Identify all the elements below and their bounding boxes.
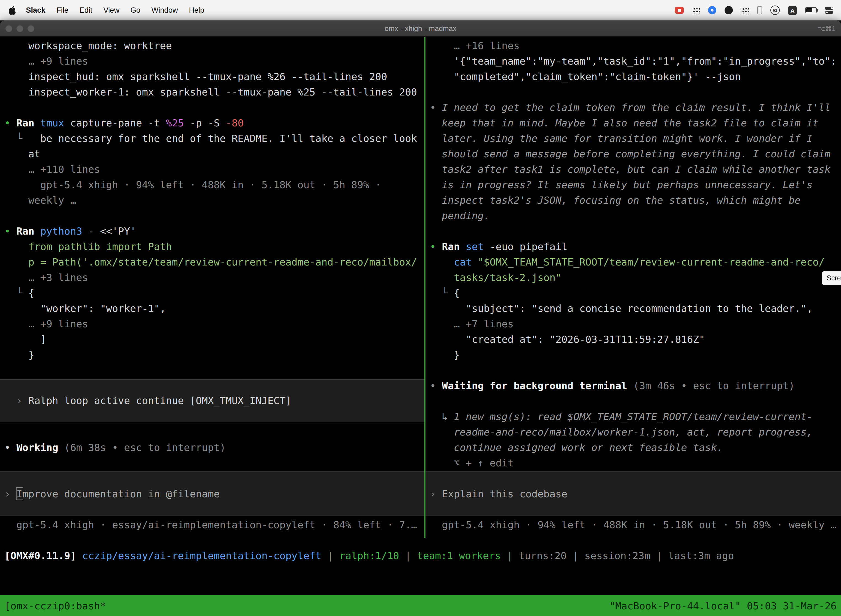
terminal-line: } (0, 347, 424, 363)
terminal-line: weekly … (0, 193, 424, 208)
terminal-line: readme-and-reco/mailbox/worker-1.json, a… (425, 424, 841, 440)
terminal-line: … +110 lines (0, 162, 424, 177)
tmux-pane-left[interactable]: workspace_mode: worktree … +9 lines insp… (0, 37, 424, 538)
window-title: omx --xhigh --madmax (0, 24, 841, 32)
battery-ring-icon[interactable]: 61 (771, 6, 780, 15)
terminal-line: › Ralph loop active continue [OMX_TMUX_I… (0, 393, 424, 408)
slim-badge-icon[interactable] (757, 6, 762, 14)
terminal-line (425, 363, 841, 378)
screen-tooltip: Scre (822, 271, 841, 285)
terminal-line: continue assigned work or next feasible … (425, 440, 841, 455)
menu-item-file[interactable]: File (51, 6, 74, 14)
terminal-line: tasks/task-2.json" (425, 270, 841, 285)
terminal-line: task2 after task1 is complete, but can I… (425, 162, 841, 177)
left-pane-prompt-input[interactable]: › Improve documentation in @filename (0, 471, 424, 516)
terminal-line: inspect_worker-1: omx sparkshell --tmux-… (0, 84, 424, 100)
terminal-line: … +9 lines (0, 54, 424, 69)
menu-items: SlackFileEditViewGoWindowHelp (21, 6, 210, 14)
terminal-line: } (425, 347, 841, 363)
menu-item-window[interactable]: Window (146, 6, 183, 14)
terminal-line: from pathlib import Path (0, 239, 424, 254)
terminal-line (0, 208, 424, 224)
terminal-line: inspect task2's JSON, focusing on the st… (425, 193, 841, 208)
title-bar[interactable]: omx --xhigh --madmax ⌥⌘1 (0, 21, 841, 37)
terminal-line: … +3 lines (0, 270, 424, 285)
tmux-session-label[interactable]: [omx-cczip0:bash* (4, 600, 106, 611)
terminal-line: keep that in mind. Maybe I also need the… (425, 115, 841, 131)
terminal-line: "worker": "worker-1", (0, 301, 424, 316)
control-center-icon[interactable] (825, 7, 833, 14)
terminal-line: › Improve documentation in @filename (0, 486, 424, 502)
terminal-line: cat "$OMX_TEAM_STATE_ROOT/team/review-cu… (425, 254, 841, 270)
terminal-line: pending. (425, 208, 841, 224)
terminal-line (0, 100, 424, 115)
terminal-line: workspace_mode: worktree (0, 38, 424, 54)
terminal-line: gpt-5.4 xhigh · 94% left · 488K in · 5.1… (0, 177, 424, 193)
tmux-status-bar: [omx-cczip0:bash* "MacBook-Pro-44.local"… (0, 595, 841, 616)
apple-logo (9, 6, 16, 15)
terminal-line: ] (0, 332, 424, 347)
terminal-window: omx --xhigh --madmax ⌥⌘1 workspace_mode:… (0, 21, 841, 616)
menu-item-help[interactable]: Help (183, 6, 210, 14)
terminal-line: gpt-5.4 xhigh · 94% left · 488K in · 5.1… (425, 517, 841, 532)
left-pane-working-status: • Working (6m 38s • esc to interrupt) (0, 440, 424, 455)
terminal-line: at (0, 146, 424, 162)
dark-app-icon[interactable] (725, 6, 733, 14)
terminal-line: … +9 lines (0, 316, 424, 332)
omx-status-line: [OMX#0.11.9] cczip/essay/ai-reimplementa… (0, 548, 841, 563)
terminal-line: should send a message before completing … (425, 146, 841, 162)
terminal-line: gpt-5.4 xhigh · essay/ai-reimplementatio… (0, 517, 424, 532)
left-pane-status-line: gpt-5.4 xhigh · essay/ai-reimplementatio… (0, 517, 424, 532)
battery-icon[interactable] (805, 7, 817, 13)
right-pane-scrollback: … +16 lines '{"team_name":"my-team","tas… (425, 38, 841, 471)
terminal-line: "subject": "send a concise recommendatio… (425, 301, 841, 316)
terminal-line (425, 224, 841, 239)
blue-app-icon[interactable] (708, 6, 716, 14)
menu-bar-left: SlackFileEditViewGoWindowHelp (8, 6, 210, 15)
screen-recording-stop-icon[interactable] (675, 7, 684, 14)
terminal-line: ⌥ + ↑ edit (425, 455, 841, 471)
tmux-pane-right[interactable]: … +16 lines '{"team_name":"my-team","tas… (425, 37, 841, 538)
window-grid-icon[interactable] (692, 6, 700, 14)
input-source-icon[interactable]: A (788, 6, 797, 15)
terminal-line: is in progress? It seems likely but perh… (425, 177, 841, 193)
terminal-line: '{"team_name":"my-team","task_id":"1","f… (425, 54, 841, 69)
terminal-line: └ { (0, 285, 424, 301)
dots-grid-icon[interactable] (741, 6, 749, 14)
terminal-line: • I need to get the claim token from the… (425, 100, 841, 115)
menu-bar: SlackFileEditViewGoWindowHelp 61 A (0, 0, 841, 21)
terminal-content: workspace_mode: worktree … +9 lines insp… (0, 37, 841, 616)
menu-item-slack[interactable]: Slack (21, 6, 51, 14)
menu-item-go[interactable]: Go (125, 6, 146, 14)
terminal-line: └ { (425, 285, 841, 301)
close-button[interactable] (6, 25, 12, 32)
terminal-line: • Ran set -euo pipefail (425, 239, 841, 254)
terminal-line (425, 84, 841, 100)
menu-item-view[interactable]: View (98, 6, 125, 14)
right-pane-status-line: gpt-5.4 xhigh · 94% left · 488K in · 5.1… (425, 517, 841, 532)
terminal-line: "created_at": "2026-03-31T11:59:27.816Z" (425, 332, 841, 347)
left-pane-scrollback: workspace_mode: worktree … +9 lines insp… (0, 38, 424, 363)
apple-menu-icon[interactable] (8, 6, 21, 15)
screen: SlackFileEditViewGoWindowHelp 61 A (0, 0, 841, 616)
right-pane-prompt-input[interactable]: › Explain this codebase (425, 471, 841, 516)
menu-status-icons: 61 A (675, 6, 833, 15)
terminal-line: • Ran python3 - <<'PY' (0, 224, 424, 239)
terminal-line: "completed","claim_token":"claim-token"}… (425, 69, 841, 84)
terminal-line: … +7 lines (425, 316, 841, 332)
terminal-line: inspect_hud: omx sparkshell --tmux-pane … (0, 69, 424, 84)
minimize-button[interactable] (16, 25, 23, 32)
tmux-host-clock: "MacBook-Pro-44.local" 05:03 31-Mar-26 (609, 600, 837, 611)
terminal-line: • Working (6m 38s • esc to interrupt) (0, 440, 424, 455)
terminal-line (425, 393, 841, 409)
terminal-line: › Explain this codebase (425, 486, 841, 502)
traffic-lights (0, 25, 34, 32)
terminal-line: • Waiting for background terminal (3m 46… (425, 378, 841, 393)
terminal-line: [OMX#0.11.9] cczip/essay/ai-reimplementa… (0, 548, 841, 563)
left-pane-notice-band: › Ralph loop active continue [OMX_TMUX_I… (0, 379, 424, 422)
zoom-button[interactable] (28, 25, 34, 32)
menu-item-edit[interactable]: Edit (74, 6, 98, 14)
terminal-line: └ be necessary for the end of the README… (0, 131, 424, 146)
terminal-line: ↳ 1 new msg(s): read $OMX_TEAM_STATE_ROO… (425, 409, 841, 424)
window-shortcut-hint: ⌥⌘1 (818, 25, 835, 32)
